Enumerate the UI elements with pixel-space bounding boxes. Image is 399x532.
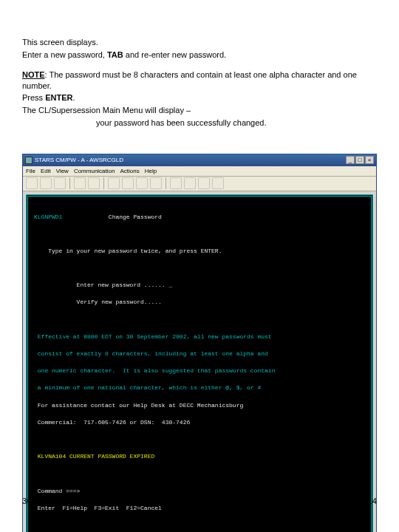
- window-titlebar: STARS CM/PW - A - AWSRCGLD _ □ ×: [23, 154, 376, 166]
- toolbar-button[interactable]: [150, 177, 162, 189]
- note-text: : The password must be 8 characters and …: [22, 70, 357, 90]
- maximize-button[interactable]: □: [355, 156, 364, 164]
- footer-date: 3/16/2018: [22, 497, 58, 505]
- toolbar-button[interactable]: [108, 177, 120, 189]
- menu-actions[interactable]: Actions: [120, 168, 139, 174]
- toolbar-button[interactable]: [122, 177, 134, 189]
- doc-line2c: and re-enter new password.: [123, 50, 226, 59]
- toolbar-button[interactable]: [184, 177, 196, 189]
- menu-view[interactable]: View: [56, 168, 69, 174]
- toolbar-button[interactable]: [212, 177, 224, 189]
- page-footer: 3/16/2018 14: [22, 497, 377, 505]
- doc-line5: The CL/Supersession Main Menu will displ…: [22, 106, 191, 115]
- term-command: Command ===>: [34, 488, 80, 494]
- enter-text: ENTER: [45, 93, 72, 102]
- doc-line6: your password has been successfully chan…: [96, 118, 267, 127]
- terminal-screen[interactable]: KLGNPWD1 Change Password Type in your ne…: [26, 194, 373, 532]
- toolbar-button[interactable]: [88, 177, 100, 189]
- press-text: Press: [22, 93, 45, 102]
- doc-line2a: Enter a new password,: [22, 50, 107, 59]
- term-help: For assistance contact our Help Desk at …: [34, 401, 365, 410]
- close-button[interactable]: ×: [365, 156, 374, 164]
- toolbar-button[interactable]: [170, 177, 182, 189]
- menu-help[interactable]: Help: [145, 168, 157, 174]
- toolbar-button[interactable]: [54, 177, 66, 189]
- toolbar-button[interactable]: [74, 177, 86, 189]
- term-notice: consist of exactly 8 characters, includi…: [34, 349, 365, 358]
- term-help: Commercial: 717-605-7426 or DSN: 430-742…: [34, 418, 365, 427]
- toolbar-button[interactable]: [198, 177, 210, 189]
- app-icon: [25, 157, 33, 164]
- cursor: _: [168, 282, 172, 288]
- toolbar-button[interactable]: [136, 177, 148, 189]
- term-notice: Effective at 0800 EDT on 30 September 20…: [34, 332, 365, 341]
- term-title: Change Password: [109, 214, 162, 220]
- doc-line1: This screen displays.: [22, 38, 98, 47]
- note-label: NOTE: [22, 70, 45, 79]
- term-instr: Type in your new password twice, and pre…: [34, 247, 365, 256]
- term-notice: a minimum of one national character, whi…: [34, 383, 365, 392]
- term-id: KLGNPWD1: [34, 214, 109, 220]
- menu-file[interactable]: File: [26, 168, 35, 174]
- menubar: File Edit View Communication Actions Hel…: [23, 166, 376, 177]
- period: .: [72, 93, 75, 102]
- term-warning: KLVNA104 CURRENT PASSWORD EXPIRED: [34, 452, 365, 461]
- term-verify-pw: Verify new password.....: [34, 298, 365, 307]
- window-title: STARS CM/PW - A - AWSRCGLD: [35, 157, 123, 163]
- doc-tab: TAB: [107, 50, 123, 59]
- menu-communication[interactable]: Communication: [74, 168, 115, 174]
- term-enter-pw: Enter new password ......: [34, 282, 168, 288]
- toolbar-button[interactable]: [40, 177, 52, 189]
- minimize-button[interactable]: _: [346, 156, 355, 164]
- term-notice: one numeric character. It is also sugges…: [34, 366, 365, 375]
- toolbar-button[interactable]: [26, 177, 38, 189]
- menu-edit[interactable]: Edit: [41, 168, 51, 174]
- instruction-text: This screen displays. Enter a new passwo…: [22, 37, 377, 129]
- footer-page: 14: [368, 497, 377, 505]
- terminal-window: STARS CM/PW - A - AWSRCGLD _ □ × File Ed…: [22, 154, 377, 532]
- toolbar: [23, 177, 376, 191]
